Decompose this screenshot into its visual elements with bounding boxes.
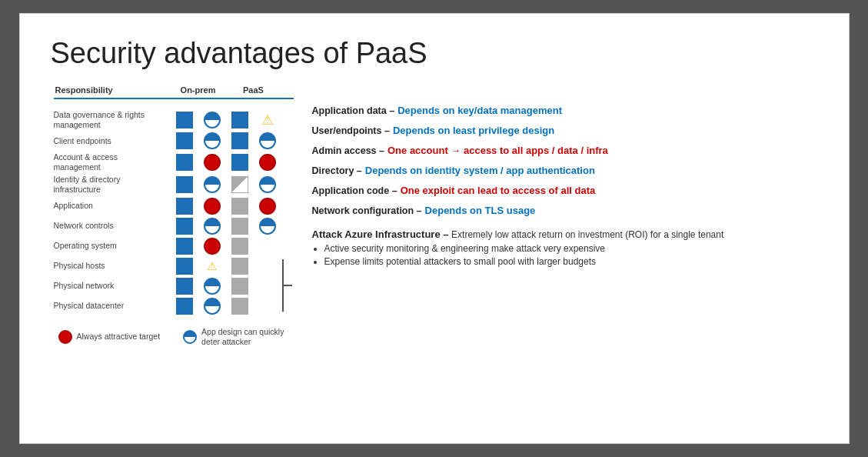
onprem-icon-cell: [171, 296, 198, 316]
paas-icon-cell: [254, 151, 281, 173]
onprem-icon-cell: ⚠: [198, 256, 226, 276]
onprem-icon-cell: [171, 236, 198, 256]
slide: Security advantages of PaaS Responsibili…: [19, 13, 850, 444]
attack-title: Attack Azure Infrastructure –: [312, 228, 452, 240]
onprem-icon-cell: [171, 256, 198, 276]
bracket-cell: [281, 173, 297, 195]
warning-icon: ⚠: [261, 113, 274, 127]
paas-icon-cell: [226, 236, 254, 256]
attack-section: Attack Azure Infrastructure – Extremely …: [312, 228, 818, 267]
attack-description: Extremely low attack return on investmen…: [451, 229, 723, 240]
right-item: User/endpoints – Depends on least privil…: [312, 121, 818, 141]
right-items-container: Application data – Depends on key/data m…: [312, 101, 818, 221]
bracket-cell: [281, 236, 297, 256]
right-item: Admin access – One account → access to a…: [312, 141, 818, 161]
onprem-icon-cell: [198, 276, 226, 296]
blue-half-icon: [259, 218, 276, 235]
blue-half-icon: [204, 278, 221, 295]
right-item-value: Depends on key/data management: [397, 105, 562, 117]
right-item-label: Application code –: [312, 185, 397, 197]
paas-icon-cell: [226, 196, 254, 216]
paas-icon-cell: [254, 173, 281, 195]
right-item-label: User/endpoints –: [312, 125, 390, 137]
right-item-value: One account → access to all apps / data …: [387, 145, 608, 157]
gray-square-icon: [231, 218, 248, 235]
right-item-value: Depends on TLS usage: [425, 205, 536, 217]
legend-label-red: Always attractive target: [77, 332, 161, 342]
red-circle-legend-icon: [58, 330, 72, 344]
legend-label-blue: App design can quickly deter attacker: [201, 327, 294, 348]
row-label: Data governance & rights management: [51, 108, 171, 131]
paas-icon-cell: [254, 216, 281, 236]
paas-icon-cell: [254, 131, 281, 151]
gray-half-square-icon: [231, 176, 248, 193]
right-item-value: Depends on identity system / app authent…: [365, 165, 595, 177]
right-item: Application code – One exploit can lead …: [312, 181, 818, 201]
paas-icon-cell: [226, 256, 254, 276]
paas-icon-cell: [226, 296, 254, 316]
legend-item-red: Always attractive target: [58, 330, 161, 344]
bracket-cell: [281, 216, 297, 236]
paas-icon-cell: [226, 216, 254, 236]
bracket-cell: [281, 151, 297, 173]
paas-icon-cell: [254, 236, 281, 256]
right-item-label: Application data –: [312, 105, 395, 117]
row-label: Operating system: [51, 236, 171, 256]
blue-square-icon: [176, 238, 193, 255]
bracket-cell: [281, 256, 297, 316]
row-label: Network controls: [51, 216, 171, 236]
responsibility-table: Responsibility On-prem PaaS Data governa…: [51, 84, 297, 316]
blue-square-icon: [231, 132, 248, 149]
red-circle-icon: [259, 154, 276, 171]
onprem-icon-cell: [198, 216, 226, 236]
gray-square-icon: [231, 278, 248, 295]
onprem-icon-cell: [198, 151, 226, 173]
gray-square-icon: [231, 298, 248, 315]
col-header-paas: PaaS: [226, 84, 281, 96]
right-item-value: One exploit can lead to access of all da…: [401, 185, 596, 197]
blue-square-icon: [176, 278, 193, 295]
table-section: Responsibility On-prem PaaS Data governa…: [51, 84, 297, 348]
legend-item-blue: App design can quickly deter attacker: [183, 327, 294, 348]
gray-square-icon: [231, 238, 248, 255]
red-circle-icon: [204, 198, 221, 215]
blue-half-icon: [204, 218, 221, 235]
right-item-label: Directory –: [312, 165, 362, 177]
right-item: Application data – Depends on key/data m…: [312, 101, 818, 121]
legend: Always attractive target App design can …: [51, 327, 297, 348]
right-item: Directory – Depends on identity system /…: [312, 161, 818, 181]
attack-bullet: Active security monitoring & engineering…: [324, 243, 818, 254]
gray-square-icon: [231, 198, 248, 215]
onprem-icon-cell: [171, 151, 198, 173]
blue-half-icon: [204, 112, 221, 128]
blue-half-icon: [204, 132, 221, 149]
paas-icon-cell: ⚠: [254, 108, 281, 131]
blue-square-icon: [176, 258, 193, 275]
blue-half-legend-icon: [183, 330, 197, 344]
blue-square-icon: [231, 154, 248, 171]
paas-icon-cell: [254, 296, 281, 316]
blue-square-icon: [176, 176, 193, 193]
onprem-icon-cell: [171, 131, 198, 151]
blue-square-icon: [176, 218, 193, 235]
blue-square-icon: [176, 198, 193, 215]
bracket-cell: [281, 131, 297, 151]
onprem-icon-cell: [171, 108, 198, 131]
right-item-value: Depends on least privilege design: [393, 125, 554, 137]
blue-square-icon: [176, 298, 193, 315]
row-label: Account & access management: [51, 151, 171, 173]
onprem-icon-cell: [198, 131, 226, 151]
col-header-bracket: [281, 84, 297, 96]
col-header-responsibility: Responsibility: [51, 84, 171, 96]
blue-half-icon: [204, 298, 221, 315]
paas-icon-cell: [254, 256, 281, 276]
col-header-onprem: On-prem: [171, 84, 226, 96]
attack-bullets-list: Active security monitoring & engineering…: [312, 243, 818, 267]
header-divider: [54, 98, 294, 99]
row-label: Physical datacenter: [51, 296, 171, 316]
onprem-icon-cell: [171, 276, 198, 296]
paas-icon-cell: [254, 196, 281, 216]
right-section: Application data – Depends on key/data m…: [312, 84, 818, 348]
onprem-icon-cell: [198, 296, 226, 316]
blue-square-icon: [176, 112, 193, 128]
